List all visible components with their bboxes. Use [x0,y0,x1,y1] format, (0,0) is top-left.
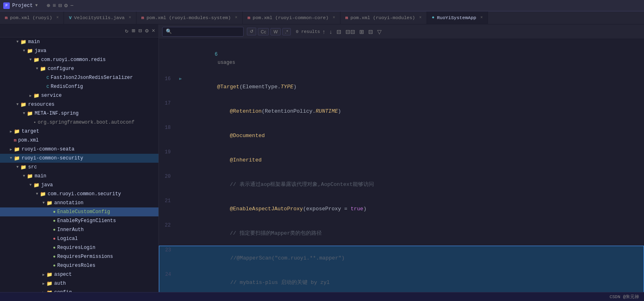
filter-icon[interactable]: ▽ [376,28,383,36]
tree-label-java2: java [41,182,53,188]
tree-item-logical[interactable]: ● Logical [0,234,158,243]
tree-label-main: main [28,39,40,45]
arrow-aspect [41,273,46,277]
tree-item-autoconf[interactable]: ▪ org.springframework.boot.autoconf [0,118,158,127]
tree-item-pom[interactable]: m pom.xml [0,136,158,145]
folder-icon: 📁 [33,57,40,63]
tree-item-requires-login[interactable]: ● RequiresLogin [0,243,158,252]
search-btn-refresh[interactable]: ↺ [247,28,256,35]
project-label: Project [12,3,33,9]
close-icon[interactable]: × [152,28,155,34]
tree-item-requires-roles[interactable]: ● RequiresRoles [0,261,158,270]
search-input[interactable] [172,29,221,35]
tree-item-configure[interactable]: 📁 configure [0,64,158,73]
search-input-wrap[interactable]: 🔍 [162,27,244,37]
tree-item-main[interactable]: 📁 main [0,37,158,46]
inline-result-btn[interactable]: ⊟ [335,28,343,36]
tree-item-security[interactable]: 📁 ruoyi-common-security [0,154,158,163]
code-container[interactable]: 6 usages 16 ⊳ @Target(ElementType.TYPE) … [159,39,644,292]
code-line-18: 18 @Documented [159,124,644,148]
folder-icon: 📁 [27,173,33,179]
tree-item-meta-inf[interactable]: 📁 META-INF.spring [0,109,158,118]
folder-icon: 📁 [46,272,53,278]
minimize-icon[interactable]: − [70,2,73,9]
collapse-icon[interactable]: ⊟ [138,27,142,34]
tab-close[interactable]: × [235,15,237,20]
tree-item-java2[interactable]: 📁 java [0,181,158,190]
align-btn[interactable]: ⊞ [358,28,366,36]
tab-close[interactable]: × [480,15,483,20]
tree-label-aspect: aspect [54,272,72,277]
gear-icon[interactable]: ⚙ [64,2,68,9]
tree-item-src[interactable]: 📁 src [0,163,158,172]
tab-label: pom.xml (ruoyi) [10,15,53,20]
tab-pom-modules[interactable]: m pom.xml (ruoyi-modules) × [341,11,427,24]
tree-label-java: java [35,48,46,54]
tree-item-redis-pkg[interactable]: 📁 com.ruoyi.common.redis [0,55,158,64]
tree-item-annotation[interactable]: 📁 annotation [0,198,158,207]
folder-icon: 📁 [14,129,20,135]
tab-pom-ruoyi[interactable]: m pom.xml (ruoyi) × [0,11,64,24]
split-view-btn[interactable]: ⊟⊟ [344,28,357,36]
folder-icon: 📁 [40,191,46,197]
tree-label-service1: service [41,93,62,98]
main-area: ↻ ⊞ ⊟ ⚙ × 📁 main 📁 java [0,24,644,292]
tree-item-target[interactable]: 📁 target [0,127,158,136]
tree-item-inner-auth[interactable]: ● InnerAuth [0,225,158,234]
next-result-btn[interactable]: ↓ [328,28,334,36]
tree-label-requires-login: RequiresLogin [57,245,96,251]
tree-item-auth[interactable]: 📁 auth [0,279,158,288]
list-icon[interactable]: ≡ [53,2,56,9]
tab-ruoyi-system-app[interactable]: ● RuoYiSystemApp × [427,11,488,24]
title-bar: P Project ▼ ⊕ ≡ ⊟ ⚙ − [0,0,644,11]
code-line-17: 17 @Retention(RetentionPolicy.RUNTIME) [159,99,644,124]
tab-bar: m pom.xml (ruoyi) × V VelocityUtils.java… [0,11,644,24]
dropdown-arrow[interactable]: ▼ [35,3,37,8]
usages-label: usages [215,60,235,65]
tree-item-enable-custom-config[interactable]: ● EnableCustomConfig [0,207,158,216]
compass-icon[interactable]: ⊕ [46,2,50,9]
settings-icon[interactable]: ⚙ [145,27,148,34]
tree-label-seata: ruoyi-common-seata [22,146,75,152]
folder-icon: 📁 [33,182,40,188]
tree-item-security-pkg[interactable]: 📁 com.ruoyi.common.security [0,190,158,198]
sidebar-content[interactable]: 📁 main 📁 java 📁 com.ruoyi.common.redis [0,37,158,292]
arrow-meta-inf [21,111,27,116]
tab-pom-common-core[interactable]: m pom.xml (ruoyi-common-core) × [243,11,341,24]
tree-item-service1[interactable]: 📁 service [0,91,158,100]
sync-icon[interactable]: ↻ [125,27,128,34]
arrow-main [15,40,20,44]
search-btn-w[interactable]: W [270,28,280,35]
tree-item-enable-ry-feign[interactable]: ● EnableRyFeignClients [0,216,158,225]
arrow-redis [28,58,33,62]
tree-label-redis: com.ruoyi.common.redis [41,57,106,63]
split-icon[interactable]: ⊟ [58,2,62,9]
tree-item-seata[interactable]: 📁 ruoyi-common-seata [0,145,158,154]
tab-pom-modules-system[interactable]: m pom.xml (ruoyi-modules-system) × [136,11,243,24]
code-line-20: 20 // 表示通过aop框架暴露该代理对象,AopContext能够访问 [159,172,644,197]
tree-item-aspect[interactable]: 📁 aspect [0,270,158,279]
tab-close[interactable]: × [129,15,131,20]
tree-item-resources[interactable]: 📁 resources [0,100,158,109]
code-line-23: 23 //@MapperScan("com.ruoyi.**.mapper") [159,246,644,270]
expand-icon[interactable]: ⊞ [132,27,135,34]
prev-result-btn[interactable]: ↑ [321,28,327,36]
tree-label-redisconfig: RedisConfig [51,84,83,89]
tree-label-target: target [22,129,39,134]
tree-item-requires-permissions[interactable]: ● RequiresPermissions [0,252,158,261]
tree-item-redisconfig[interactable]: C RedisConfig [0,82,158,91]
tree-label-autoconf: org.springframework.boot.autoconf [38,120,135,125]
tab-velocity-utils[interactable]: V VelocityUtils.java × [64,11,136,24]
arrow-security [8,156,14,160]
tree-item-fastjson[interactable]: C FastJson2JsonRedisSerializer [0,73,158,82]
tab-close[interactable]: × [56,15,59,20]
filter-btn[interactable]: ⊟ [367,28,375,36]
tree-item-main2[interactable]: 📁 main [0,172,158,181]
class-icon-e: ● [53,236,56,241]
search-btn-regex[interactable]: .* [282,28,291,35]
tab-close[interactable]: × [419,15,422,20]
tree-item-java[interactable]: 📁 java [0,46,158,55]
search-btn-cc[interactable]: Cc [258,28,269,35]
tab-close[interactable]: × [333,15,335,20]
tree-item-config[interactable]: 📁 config [0,288,158,292]
